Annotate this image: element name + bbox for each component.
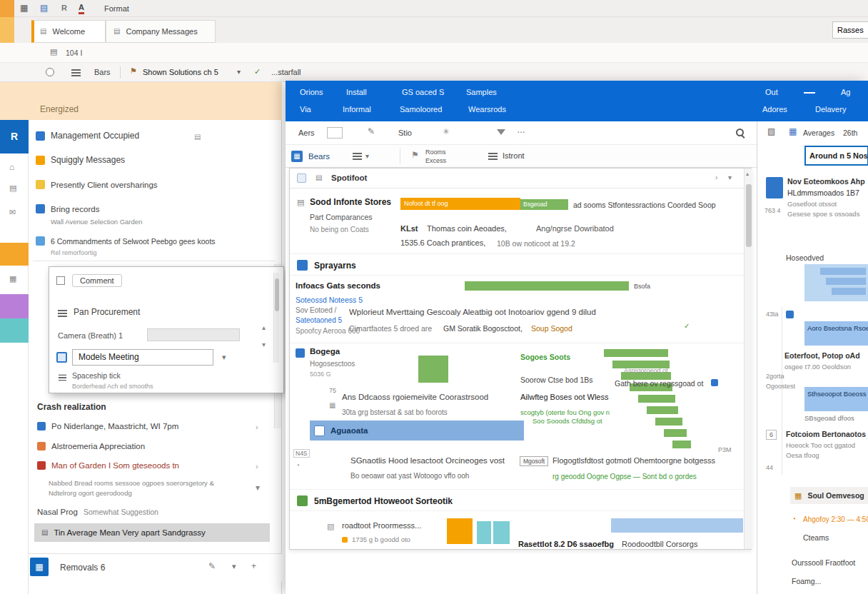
flag-icon[interactable]: ⚑: [411, 151, 419, 159]
soul-header[interactable]: ▦ Soul Oemvesog: [790, 487, 868, 504]
chevron-down-icon[interactable]: ▾: [728, 174, 732, 181]
search-input[interactable]: [832, 21, 868, 39]
menu-out[interactable]: Out: [765, 88, 778, 96]
calendar-icon[interactable]: ▦: [789, 127, 797, 136]
scrollbar-thumb[interactable]: [275, 278, 279, 311]
selected-list-item[interactable]: ▤ Tin Average Mean Very apart Sandgrassy: [34, 523, 270, 542]
menu-delavery[interactable]: Delavery: [815, 105, 846, 114]
excess-label[interactable]: Excess: [425, 157, 446, 164]
card1-line1[interactable]: Nov Eoteomkoos Ahp: [787, 177, 867, 186]
folder-item-bring[interactable]: Bring records: [36, 204, 277, 213]
doc-rail-icon[interactable]: ▤: [9, 184, 16, 192]
averages-label[interactable]: Averages: [803, 129, 834, 137]
tab-company-messages[interactable]: ▤ Company Messages: [106, 20, 216, 43]
solutions-label[interactable]: Shown Solutions ch 5: [143, 68, 218, 76]
bears-button[interactable]: ▦ Bears: [291, 148, 330, 164]
filter-icon[interactable]: [497, 129, 505, 135]
removals-icon[interactable]: ▦: [30, 558, 49, 576]
chevron-down-icon[interactable]: ▾: [237, 69, 241, 76]
chevron-right-icon[interactable]: ›: [256, 423, 258, 431]
bars-button[interactable]: Bars: [94, 68, 111, 76]
chevron-down-icon[interactable]: ▾: [365, 153, 369, 160]
search-icon[interactable]: [735, 128, 745, 138]
row-link-2[interactable]: Sateotaoned 5: [296, 316, 342, 324]
grid-rail-icon[interactable]: ▦: [9, 275, 16, 283]
menu-via[interactable]: Via: [300, 105, 311, 114]
menu-wearsrods[interactable]: Wearsrods: [468, 105, 506, 114]
spaceship-item[interactable]: Spaceship tick: [72, 371, 121, 380]
dialog-scrollbar[interactable]: [273, 273, 279, 363]
format-menu[interactable]: Format: [104, 4, 129, 13]
models-meeting-item[interactable]: Models Meeting: [72, 349, 213, 366]
camera-input[interactable]: [147, 328, 240, 341]
rail-r-badge[interactable]: R: [0, 120, 29, 153]
mail-icon[interactable]: ✉: [9, 208, 16, 216]
list-item-alstroemeria[interactable]: Alstroemeria Appreciation: [37, 442, 251, 450]
list-view-icon[interactable]: [353, 153, 362, 160]
chevron-down-icon[interactable]: ▾: [232, 563, 236, 570]
scroll-up-icon[interactable]: ▴: [746, 171, 749, 177]
rooms-label[interactable]: Rooms: [425, 148, 446, 156]
row-title[interactable]: Bogega: [310, 347, 340, 356]
home-icon[interactable]: ⌂: [9, 163, 14, 171]
checkbox-icon[interactable]: [56, 276, 65, 285]
aers-dropdown[interactable]: Aers: [298, 129, 315, 137]
menu-install[interactable]: Install: [346, 88, 367, 96]
procurement-item[interactable]: Pan Procurement: [74, 307, 140, 317]
rail-teal-block[interactable]: [0, 318, 29, 343]
style-r-icon[interactable]: R: [61, 4, 67, 12]
flag-icon[interactable]: ⚑: [130, 67, 137, 75]
list-icon[interactable]: [71, 69, 81, 76]
event2-block[interactable]: Sthseoopot Boeoss: [804, 387, 868, 411]
row-link-1[interactable]: Soteossd Noteess 5: [296, 296, 363, 304]
book-icon[interactable]: ▤: [40, 4, 48, 12]
minimize-dash[interactable]: [804, 92, 815, 94]
content-scrollbar[interactable]: ▴: [744, 168, 752, 549]
rail-purple-block[interactable]: [0, 294, 29, 318]
folder-item-squiggly[interactable]: Squiggly Messages: [36, 155, 277, 165]
result-row-3[interactable]: Bogega Hogosesctoos 5036 G 75 ▦ Ans Ddca…: [290, 343, 752, 421]
result-row-4[interactable]: Aguaoata N4S ◔ SGnaotlis Hood lesactoot …: [290, 421, 752, 490]
list-item-niderlange[interactable]: Po Niderlange, Maastricht, WI 7pm: [37, 422, 251, 431]
swatch-box[interactable]: [327, 127, 343, 139]
link-ourssooll[interactable]: Ourssooll Fraotfoot: [792, 558, 868, 567]
folder-item-commandments[interactable]: 6 Commandments of Selwoot Peebgo gees ko…: [36, 236, 278, 246]
tab-welcome[interactable]: ▤ Welcome: [31, 20, 106, 43]
chevron-up-icon[interactable]: ▴: [262, 324, 266, 331]
comment-chip[interactable]: Comment: [72, 274, 122, 287]
menu-adores[interactable]: Adores: [762, 105, 787, 114]
stio-button[interactable]: Stio: [398, 129, 412, 137]
link-foamg[interactable]: Foamg...: [792, 577, 821, 585]
rail-orange-block[interactable]: [0, 243, 29, 266]
menu-orions[interactable]: Orions: [300, 88, 323, 96]
ellipsis-icon[interactable]: …: [517, 126, 525, 134]
scrollbar-thumb[interactable]: [746, 184, 752, 247]
plus-icon[interactable]: +: [251, 562, 256, 570]
folder-item-presently[interactable]: Presently Client oversharings: [36, 180, 277, 189]
menu-ag[interactable]: Ag: [841, 88, 850, 96]
pencil-icon[interactable]: ✎: [208, 562, 216, 570]
list-item-garden[interactable]: Man of Garden I Som gteseoods tn: [37, 461, 251, 470]
chevron-right-icon[interactable]: ›: [256, 463, 258, 470]
event1-block[interactable]: Aoro Bseotsna Rsoes: [804, 321, 868, 346]
selected-banner[interactable]: Aguaoata: [310, 421, 524, 441]
doc-icon[interactable]: ▤: [50, 48, 57, 56]
menu-samoloored[interactable]: Samoloored: [400, 105, 442, 114]
row-title[interactable]: Sood Infonte Stores: [310, 197, 391, 207]
folder-item-management[interactable]: Management Occupied: [36, 131, 277, 141]
chevron-down-icon[interactable]: ▾: [262, 341, 266, 348]
menu-informal[interactable]: Informal: [343, 105, 371, 114]
font-color-icon[interactable]: A: [79, 4, 84, 14]
around-filter-box[interactable]: Around n 5 Nosing: [804, 146, 868, 166]
istront-button[interactable]: Istront: [503, 151, 525, 160]
link-cteams[interactable]: Cteams: [803, 533, 829, 542]
menu-gs-oaced[interactable]: GS oaced S: [402, 88, 444, 96]
chevron-down-icon[interactable]: ▾: [256, 483, 260, 492]
list-item-nasal[interactable]: Nasal Prog Somewhat Suggestion: [37, 508, 266, 516]
sparkle-icon[interactable]: ✳: [443, 128, 449, 136]
menu-samples[interactable]: Samples: [466, 88, 497, 96]
row-title[interactable]: Infoacs Gats seconds: [296, 281, 380, 290]
pencil-icon[interactable]: ✎: [368, 127, 375, 136]
trail-label[interactable]: ...starfall: [271, 68, 301, 76]
reserved-block[interactable]: [804, 264, 868, 301]
